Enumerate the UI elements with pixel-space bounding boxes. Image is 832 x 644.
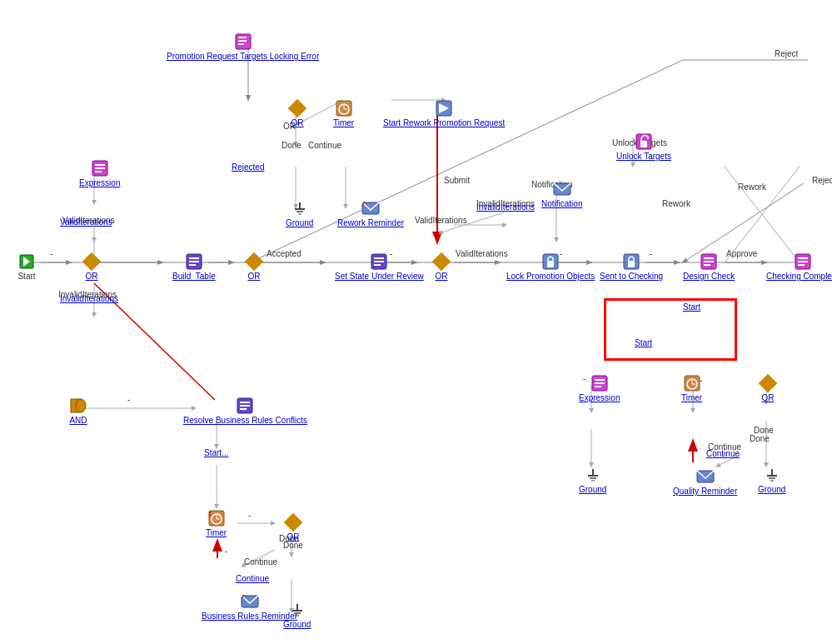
node-label-timer-top[interactable]: Timer [333,118,354,127]
node-label-expression-left[interactable]: Expression [79,178,120,187]
svg-text:-: - [50,249,52,258]
node-sent-checking[interactable]: Sent to Checking [600,252,663,281]
node-timer-top[interactable]: Timer [333,98,354,127]
node-label-ground-right-1[interactable]: Ground [579,485,606,494]
node-label-design-check[interactable]: Design Check [683,272,735,281]
svg-rect-85 [95,167,105,169]
node-or-top[interactable]: OR [287,98,307,127]
node-ground-br[interactable]: Ground [283,600,311,629]
svg-text:Rework: Rework [738,182,767,192]
svg-rect-142 [595,379,605,381]
node-expression-left[interactable]: Expression [79,158,120,187]
icon-promotion-request-locking-error [233,32,253,52]
node-label-timer-br[interactable]: Timer [206,528,227,537]
node-rework-reminder[interactable]: Rework Reminder [337,198,404,227]
node-label-quality-reminder[interactable]: Quality Reminder [673,487,737,496]
svg-line-24 [725,167,800,262]
node-label-ground-top-left[interactable]: Ground [286,218,313,227]
icon-lock-promotion [541,252,560,272]
node-or-3[interactable]: OR [431,252,451,281]
node-label-or-right[interactable]: OR [762,393,775,402]
node-label-ground-right-2[interactable]: Ground [758,485,785,494]
node-expression-right[interactable]: Expression [579,373,620,402]
svg-rect-143 [595,382,605,384]
node-label-start-dots[interactable]: Start... [204,448,228,457]
icon-or-3 [431,252,451,272]
node-promotion-request-locking-error[interactable]: Promotion Request Targets Locking Error [167,32,319,61]
node-label-or-3[interactable]: OR [436,272,448,281]
node-label-start-rework[interactable]: Start Rework Promotion Request [383,118,505,127]
svg-rect-113 [704,257,714,259]
svg-text:-: - [225,547,227,556]
node-build-table[interactable]: Build_Table [172,252,216,281]
label-invalid-iterations: InvalidIterations [476,202,535,212]
svg-rect-115 [704,264,710,266]
svg-rect-78 [238,37,247,38]
node-label-build-table[interactable]: Build_Table [172,272,216,281]
icon-and [68,396,88,416]
node-or-2[interactable]: OR [244,252,264,281]
node-label-resolve-conflicts[interactable]: Resolve Business Rules Conflicts [183,416,307,425]
label-start-bottom: Start [635,337,652,347]
node-label-set-state[interactable]: Set State Under Review [335,272,424,281]
svg-text:-: - [248,511,251,520]
node-label-checking-complete[interactable]: Checking Complete [766,272,832,281]
icon-or-top [287,98,307,118]
node-design-check[interactable]: Design Check [683,252,735,281]
svg-rect-126 [240,402,250,403]
node-notification[interactable]: Notification [541,179,582,208]
icon-rework-reminder [361,198,381,218]
svg-text:Reject: Reject [812,176,832,185]
node-and[interactable]: AND [68,396,88,425]
node-start-rework[interactable]: Start Rework Promotion Request [383,98,505,127]
node-or-1[interactable]: OR [82,252,102,281]
node-ground-top-left[interactable]: Ground [286,198,313,227]
svg-rect-127 [240,405,250,407]
node-label-rework-reminder[interactable]: Rework Reminder [337,218,404,227]
node-label-and[interactable]: AND [69,416,87,425]
icon-quality-reminder [695,467,715,487]
node-label-sent-checking[interactable]: Sent to Checking [600,272,663,281]
node-label-or-2[interactable]: OR [248,272,261,281]
node-resolve-conflicts[interactable]: Resolve Business Rules Conflicts [183,396,307,425]
node-or-right[interactable]: OR [758,373,778,402]
node-ground-right-1[interactable]: Ground [579,465,606,494]
node-label-promotion-request-locking-error[interactable]: Promotion Request Targets Locking Error [167,52,319,61]
icon-or-2 [244,252,264,272]
node-or-br[interactable]: OR [283,512,303,542]
svg-text:ValidIterations: ValidIterations [415,216,467,225]
icon-ground-top-left [290,198,310,218]
node-unlock-targets[interactable]: Unlock Targets [616,132,671,161]
svg-text:ValidIterations: ValidIterations [456,249,508,258]
icon-start-rework [434,98,454,118]
node-start-dots[interactable]: Start... [204,448,228,457]
node-label-unlock-targets[interactable]: Unlock Targets [616,152,671,161]
svg-line-58 [242,550,275,567]
node-label-ground-br[interactable]: Ground [283,620,311,629]
node-quality-reminder[interactable]: Quality Reminder [673,467,737,496]
svg-rect-106 [374,261,384,262]
node-label-timer-right[interactable]: Timer [681,393,702,402]
node-start[interactable]: Start [17,252,37,281]
icon-or-br [283,512,303,532]
node-set-state[interactable]: Set State Under Review [335,252,424,281]
svg-rect-122 [640,141,647,147]
node-ground-right-2[interactable]: Ground [758,465,785,494]
node-label-expression-right[interactable]: Expression [579,393,620,402]
icon-ground-br [287,600,307,620]
node-label-or-top[interactable]: OR [291,118,304,127]
node-label-lock-promotion[interactable]: Lock Promotion Objects [506,272,595,281]
node-checking-complete[interactable]: Checking Complete [766,252,832,281]
node-timer-br[interactable]: Timer [206,508,227,537]
icon-timer-top [334,98,354,118]
icon-br-reminder [240,592,260,612]
node-label-or-1[interactable]: OR [86,272,98,281]
label-valid-iterations-left: ValidIterations [60,217,112,227]
icon-start-flag [17,252,37,272]
label-invalid-iterations-left: InvalidIterations [60,293,118,303]
node-label-notification[interactable]: Notification [541,199,582,208]
svg-rect-107 [374,264,381,266]
svg-rect-79 [238,40,247,42]
node-lock-promotion[interactable]: Lock Promotion Objects [506,252,595,281]
icon-ground-right-2 [762,465,782,485]
